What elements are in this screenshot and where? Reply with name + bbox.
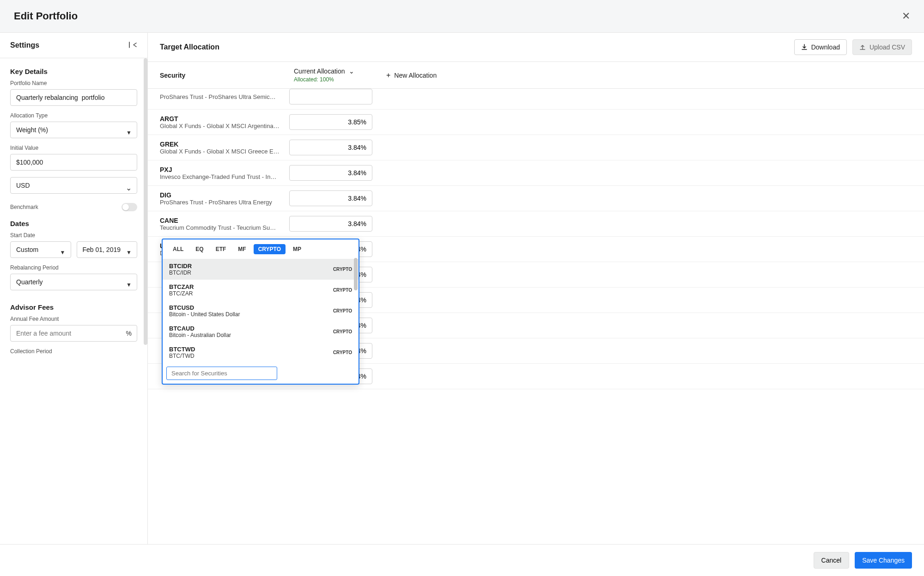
security-ticker: DIG — [160, 191, 280, 199]
close-icon: ✕ — [902, 10, 910, 22]
allocation-input[interactable] — [289, 165, 372, 181]
security-name: ProShares Trust - ProShares Ultra Semic… — [160, 93, 280, 100]
allocation-input[interactable] — [289, 190, 372, 206]
search-result-ticker: BTCZAR — [169, 283, 194, 290]
search-result-info: BTCZAR BTC/ZAR — [169, 283, 194, 297]
collection-period-label: Collection Period — [10, 348, 137, 355]
allocated-total: Allocated: 100% — [294, 76, 377, 83]
search-result-badge: CRYPTO — [333, 288, 352, 293]
start-date-picker[interactable] — [77, 241, 138, 258]
sidebar-scrollbar[interactable] — [144, 58, 147, 345]
plus-icon: + — [386, 71, 390, 80]
download-icon — [801, 44, 808, 50]
upload-csv-button[interactable]: Upload CSV — [852, 39, 912, 55]
key-details-title: Key Details — [10, 67, 137, 75]
security-name: Teucrium Commodity Trust - Teucrium Su… — [160, 224, 280, 231]
portfolio-name-input[interactable] — [10, 89, 137, 106]
search-result-info: BTCIDR BTC/IDR — [169, 263, 192, 276]
security-cell: DIG ProShares Trust - ProShares Ultra En… — [160, 191, 280, 206]
table-header: Security Current Allocation ⌄ Allocated:… — [148, 62, 924, 89]
security-column-header: Security — [160, 72, 285, 79]
settings-header: Settings — [0, 33, 147, 58]
search-result-row[interactable]: BTCZAR BTC/ZAR CRYPTO — [163, 280, 359, 300]
currency-select[interactable] — [10, 177, 137, 194]
search-result-info: BTCTWD BTC/TWD — [169, 346, 195, 359]
search-scrollbar[interactable] — [354, 258, 358, 290]
search-result-row[interactable]: BTCAUD Bitcoin - Australian Dollar CRYPT… — [163, 321, 359, 342]
start-date-mode-select[interactable] — [10, 241, 71, 258]
benchmark-label: Benchmark — [10, 204, 38, 210]
security-cell: ARGT Global X Funds - Global X MSCI Arge… — [160, 115, 280, 129]
rebalancing-period-select[interactable] — [10, 274, 137, 290]
table-row: DIG ProShares Trust - ProShares Ultra En… — [148, 186, 924, 211]
filter-pill-crypto[interactable]: CRYPTO — [254, 244, 286, 254]
percent-icon: % — [126, 330, 132, 337]
search-result-name: Bitcoin - Australian Dollar — [169, 332, 231, 338]
new-allocation-label: New Allocation — [394, 72, 437, 79]
search-result-name: Bitcoin - United States Dollar — [169, 311, 240, 318]
annual-fee-input[interactable] — [10, 325, 137, 342]
security-ticker: GREK — [160, 141, 280, 148]
portfolio-name-label: Portfolio Name — [10, 80, 137, 86]
download-button[interactable]: Download — [794, 39, 847, 55]
table-row: ARGT Global X Funds - Global X MSCI Arge… — [148, 110, 924, 135]
search-result-info: BTCAUD Bitcoin - Australian Dollar — [169, 325, 231, 338]
search-result-row[interactable]: BTCIDR BTC/IDR CRYPTO — [163, 259, 359, 280]
benchmark-row: Benchmark — [10, 203, 137, 211]
filter-pill-etf[interactable]: ETF — [211, 244, 231, 254]
security-cell: GREK Global X Funds - Global X MSCI Gree… — [160, 141, 280, 155]
search-result-info: BTCUSD Bitcoin - United States Dollar — [169, 304, 240, 318]
main-header: Target Allocation Download Upload CSV — [148, 33, 924, 62]
annual-fee-label: Annual Fee Amount — [10, 316, 137, 322]
table-row: GREK Global X Funds - Global X MSCI Gree… — [148, 135, 924, 160]
close-button[interactable]: ✕ — [902, 10, 910, 22]
modal-title: Edit Portfolio — [14, 10, 78, 22]
modal-header: Edit Portfolio ✕ — [0, 0, 924, 33]
settings-sidebar: Settings Key Details Portfolio Name Allo… — [0, 33, 148, 544]
allocation-type-select[interactable] — [10, 122, 137, 138]
new-allocation-button[interactable]: + New Allocation — [386, 71, 437, 80]
allocation-input[interactable] — [289, 140, 372, 155]
table-row: PXJ Invesco Exchange-Traded Fund Trust -… — [148, 160, 924, 186]
search-result-row[interactable]: BTCUSD Bitcoin - United States Dollar CR… — [163, 300, 359, 321]
start-date-label: Start Date — [10, 232, 137, 239]
allocation-input[interactable] — [289, 89, 372, 104]
settings-scroll[interactable]: Key Details Portfolio Name Allocation Ty… — [0, 58, 147, 371]
modal-footer: Cancel Save Changes — [0, 544, 924, 576]
search-results-list[interactable]: BTCIDR BTC/IDR CRYPTO BTCZAR BTC/ZAR CRY… — [163, 259, 359, 363]
collapse-sidebar-button[interactable] — [129, 42, 137, 49]
allocation-type-label: Allocation Type — [10, 112, 137, 119]
advisor-fees-title: Advisor Fees — [10, 303, 137, 311]
allocation-input[interactable] — [289, 114, 372, 130]
search-result-name: BTC/IDR — [169, 270, 192, 276]
table-row: CANE Teucrium Commodity Trust - Teucrium… — [148, 211, 924, 237]
cancel-button[interactable]: Cancel — [814, 552, 850, 569]
save-changes-button[interactable]: Save Changes — [855, 552, 912, 569]
current-allocation-column-header[interactable]: Current Allocation ⌄ Allocated: 100% — [294, 67, 377, 83]
security-name: Global X Funds - Global X MSCI Argentina… — [160, 123, 280, 129]
search-result-row[interactable]: BTCTWD BTC/TWD CRYPTO — [163, 342, 359, 363]
initial-value-input[interactable] — [10, 154, 137, 171]
security-search-input[interactable] — [166, 367, 277, 380]
filter-pill-eq[interactable]: EQ — [191, 244, 208, 254]
initial-value-label: Initial Value — [10, 145, 137, 151]
security-ticker: CANE — [160, 217, 280, 224]
filter-pill-mp[interactable]: MP — [288, 244, 306, 254]
header-actions: Download Upload CSV — [794, 39, 912, 55]
benchmark-toggle[interactable] — [122, 203, 137, 211]
rebalancing-period-label: Rebalancing Period — [10, 264, 137, 271]
search-result-badge: CRYPTO — [333, 308, 352, 313]
allocation-input[interactable] — [289, 216, 372, 232]
security-cell: PXJ Invesco Exchange-Traded Fund Trust -… — [160, 166, 280, 180]
search-result-ticker: BTCUSD — [169, 304, 240, 311]
search-result-ticker: BTCAUD — [169, 325, 231, 332]
edit-portfolio-modal: Edit Portfolio ✕ Settings Key Details Po… — [0, 0, 924, 576]
upload-icon — [859, 44, 866, 50]
filter-pill-mf[interactable]: MF — [233, 244, 250, 254]
search-result-badge: CRYPTO — [333, 329, 352, 334]
table-row: ProShares Trust - ProShares Ultra Semic… — [148, 89, 924, 110]
modal-body: Settings Key Details Portfolio Name Allo… — [0, 33, 924, 544]
security-name: Global X Funds - Global X MSCI Greece ET… — [160, 148, 280, 155]
filter-pill-all[interactable]: ALL — [168, 244, 188, 254]
security-cell: ProShares Trust - ProShares Ultra Semic… — [160, 93, 280, 100]
